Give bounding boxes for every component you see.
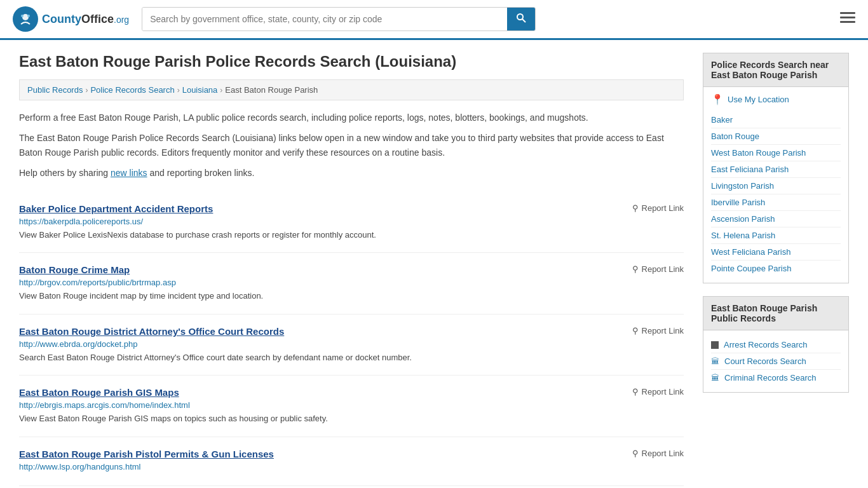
breadcrumb-police-records[interactable]: Police Records Search bbox=[90, 85, 174, 95]
sidebar-nearby-baton-rouge[interactable]: Baton Rouge bbox=[711, 128, 841, 145]
svg-line-4 bbox=[522, 19, 526, 22]
result-title-3[interactable]: East Baton Rouge District Attorney's Off… bbox=[19, 326, 284, 337]
breadcrumb-sep-1: › bbox=[85, 86, 88, 95]
search-input[interactable] bbox=[142, 8, 507, 30]
logo-icon bbox=[13, 6, 38, 32]
result-item-1: Baker Police Department Accident Reports… bbox=[19, 192, 684, 254]
sidebar-pub-records-section: East Baton Rouge Parish Public Records A… bbox=[703, 296, 849, 393]
report-link-btn-4[interactable]: ⚲ Report Link bbox=[632, 387, 684, 396]
sidebar-pub-records-header: East Baton Rouge Parish Public Records bbox=[703, 296, 849, 330]
breadcrumb-sep-3: › bbox=[220, 86, 222, 95]
result-header-5: East Baton Rouge Parish Pistol Permits &… bbox=[19, 449, 684, 459]
pub-record-court[interactable]: 🏛 Court Records Search bbox=[711, 353, 841, 370]
result-url-1[interactable]: https://bakerpdla.policereports.us/ bbox=[19, 217, 684, 226]
report-link-label-5: Report Link bbox=[642, 449, 684, 458]
sidebar-nearby-pointe-coupee[interactable]: Pointe Coupee Parish bbox=[711, 261, 841, 276]
sidebar-nearby-baker[interactable]: Baker bbox=[711, 112, 841, 128]
breadcrumb: Public Records › Police Records Search ›… bbox=[19, 79, 684, 100]
report-link-btn-3[interactable]: ⚲ Report Link bbox=[632, 326, 684, 336]
sidebar: Police Records Search near East Baton Ro… bbox=[703, 53, 849, 486]
svg-rect-6 bbox=[840, 17, 855, 18]
svg-point-2 bbox=[27, 15, 30, 17]
search-button[interactable] bbox=[507, 8, 535, 30]
desc-p2: The East Baton Rouge Parish Police Recor… bbox=[19, 131, 684, 159]
result-item-5: East Baton Rouge Parish Pistol Permits &… bbox=[19, 437, 684, 486]
sidebar-nearby-livingston[interactable]: Livingston Parish bbox=[711, 178, 841, 194]
results: Baker Police Department Accident Reports… bbox=[19, 192, 684, 486]
report-link-btn-2[interactable]: ⚲ Report Link bbox=[632, 264, 684, 274]
report-link-label-3: Report Link bbox=[642, 326, 684, 336]
result-title-2[interactable]: Baton Rouge Crime Map bbox=[19, 264, 130, 275]
result-title-4[interactable]: East Baton Rouge Parish GIS Maps bbox=[19, 387, 179, 398]
logo-org: .org bbox=[114, 15, 129, 25]
breadcrumb-current: East Baton Rouge Parish bbox=[225, 85, 318, 95]
report-icon-1: ⚲ bbox=[632, 203, 639, 213]
sidebar-nearby-iberville[interactable]: Iberville Parish bbox=[711, 194, 841, 211]
report-icon-5: ⚲ bbox=[632, 449, 639, 458]
result-title-1[interactable]: Baker Police Department Accident Reports bbox=[19, 203, 213, 214]
sidebar-nearby-west-feliciana[interactable]: West Feliciana Parish bbox=[711, 244, 841, 261]
desc-p3-pre: Help others by sharing bbox=[19, 168, 111, 178]
use-my-location-link[interactable]: 📍 Use My Location bbox=[711, 93, 841, 105]
result-item-3: East Baton Rouge District Attorney's Off… bbox=[19, 315, 684, 376]
result-item-4: East Baton Rouge Parish GIS Maps ⚲ Repor… bbox=[19, 376, 684, 437]
page-title: East Baton Rouge Parish Police Records S… bbox=[19, 53, 684, 71]
svg-rect-7 bbox=[840, 21, 855, 23]
sidebar-nearby-content: 📍 Use My Location Baker Baton Rouge West… bbox=[703, 87, 849, 283]
breadcrumb-sep-2: › bbox=[177, 86, 180, 95]
svg-point-0 bbox=[22, 14, 29, 20]
breadcrumb-louisiana[interactable]: Louisiana bbox=[182, 85, 218, 95]
result-header-4: East Baton Rouge Parish GIS Maps ⚲ Repor… bbox=[19, 387, 684, 398]
sidebar-nearby-header: Police Records Search near East Baton Ro… bbox=[703, 53, 849, 87]
location-pin-icon: 📍 bbox=[711, 93, 724, 105]
report-link-label-2: Report Link bbox=[642, 264, 684, 274]
arrest-label: Arrest Records Search bbox=[724, 340, 808, 349]
report-icon-2: ⚲ bbox=[632, 264, 639, 274]
sidebar-nearby-st-helena[interactable]: St. Helena Parish bbox=[711, 227, 841, 244]
desc-p1: Perform a free East Baton Rouge Parish, … bbox=[19, 111, 684, 125]
result-item-2: Baton Rouge Crime Map ⚲ Report Link http… bbox=[19, 253, 684, 315]
menu-button[interactable] bbox=[840, 11, 855, 27]
pub-record-arrest[interactable]: Arrest Records Search bbox=[711, 337, 841, 353]
desc-p3-post: and reporting broken links. bbox=[147, 168, 255, 178]
report-link-btn-5[interactable]: ⚲ Report Link bbox=[632, 449, 684, 458]
report-link-btn-1[interactable]: ⚲ Report Link bbox=[632, 203, 684, 213]
logo-office: Office bbox=[81, 13, 114, 25]
report-icon-3: ⚲ bbox=[632, 326, 639, 336]
sidebar-nearby-west-baton-rouge[interactable]: West Baton Rouge Parish bbox=[711, 145, 841, 161]
result-header-3: East Baton Rouge District Attorney's Off… bbox=[19, 326, 684, 337]
result-desc-2: View Baton Rouge incident map by time in… bbox=[19, 290, 684, 302]
search-bar bbox=[142, 7, 536, 31]
criminal-icon: 🏛 bbox=[711, 373, 719, 383]
content: East Baton Rouge Parish Police Records S… bbox=[19, 53, 684, 486]
criminal-label: Criminal Records Search bbox=[724, 373, 817, 383]
result-url-4[interactable]: http://ebrgis.maps.arcgis.com/home/index… bbox=[19, 400, 684, 410]
use-location-label: Use My Location bbox=[728, 95, 789, 104]
result-header-2: Baton Rouge Crime Map ⚲ Report Link bbox=[19, 264, 684, 275]
result-desc-4: View East Baton Rouge Parish GIS maps on… bbox=[19, 412, 684, 425]
result-desc-1: View Baker Police LexisNexis database to… bbox=[19, 229, 684, 241]
main-container: East Baton Rouge Parish Police Records S… bbox=[0, 40, 868, 488]
breadcrumb-public-records[interactable]: Public Records bbox=[27, 85, 83, 95]
sidebar-nearby-ascension[interactable]: Ascension Parish bbox=[711, 211, 841, 227]
report-link-label-1: Report Link bbox=[642, 203, 684, 213]
sidebar-nearby-section: Police Records Search near East Baton Ro… bbox=[703, 53, 849, 283]
result-url-2[interactable]: http://brgov.com/reports/public/brtrmap.… bbox=[19, 278, 684, 287]
new-links-link[interactable]: new links bbox=[111, 168, 147, 178]
desc-p3: Help others by sharing new links and rep… bbox=[19, 166, 684, 180]
svg-rect-5 bbox=[840, 12, 855, 14]
logo-text: CountyOffice.org bbox=[42, 13, 129, 26]
sidebar-pub-records-content: Arrest Records Search 🏛 Court Records Se… bbox=[703, 330, 849, 393]
result-url-3[interactable]: http://www.ebrda.org/docket.php bbox=[19, 339, 684, 349]
result-url-5[interactable]: http://www.lsp.org/handguns.html bbox=[19, 462, 684, 471]
svg-point-1 bbox=[21, 15, 24, 17]
logo-county: County bbox=[42, 13, 81, 25]
pub-record-criminal[interactable]: 🏛 Criminal Records Search bbox=[711, 370, 841, 386]
result-header-1: Baker Police Department Accident Reports… bbox=[19, 203, 684, 214]
sidebar-nearby-east-feliciana[interactable]: East Feliciana Parish bbox=[711, 161, 841, 178]
court-label: Court Records Search bbox=[724, 356, 806, 366]
result-title-5[interactable]: East Baton Rouge Parish Pistol Permits &… bbox=[19, 449, 274, 459]
logo[interactable]: CountyOffice.org bbox=[13, 6, 129, 32]
report-link-label-4: Report Link bbox=[642, 387, 684, 396]
court-icon: 🏛 bbox=[711, 356, 719, 366]
